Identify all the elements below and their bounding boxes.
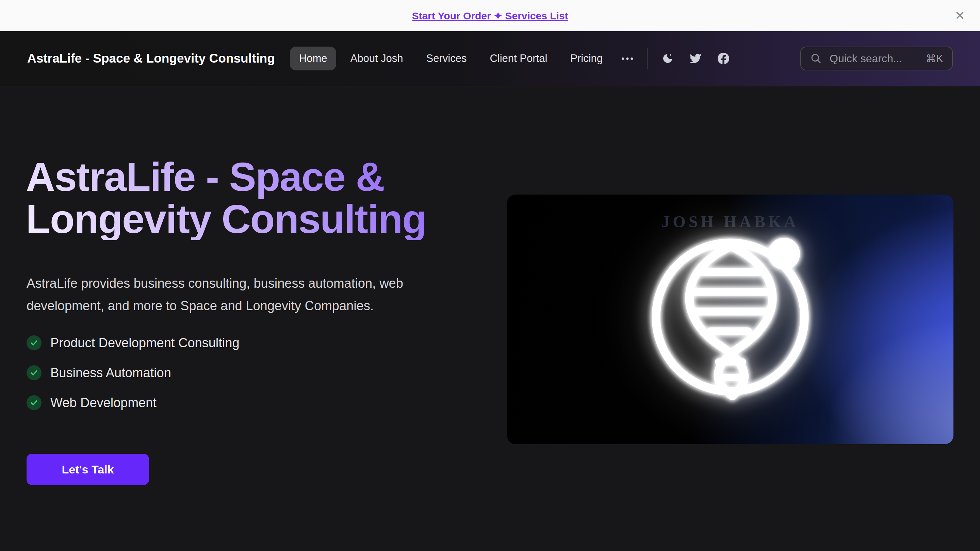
search-input[interactable] xyxy=(829,52,919,65)
close-icon[interactable]: ✕ xyxy=(953,9,967,22)
checklist-label: Business Automation xyxy=(50,366,171,380)
list-item: Web Development xyxy=(27,395,240,411)
nav-item-client-portal[interactable]: Client Portal xyxy=(480,47,556,70)
moon-icon xyxy=(662,51,673,66)
page: Start Your Order ✦ Services List ✕ Astra… xyxy=(0,0,980,551)
checklist-label: Web Development xyxy=(50,395,156,410)
facebook-icon xyxy=(718,51,729,66)
hero-description: AstraLife provides business consulting, … xyxy=(27,272,449,317)
nav-item-home[interactable]: Home xyxy=(290,47,337,70)
checklist-label: Product Development Consulting xyxy=(50,336,240,350)
feature-checklist: Product Development Consulting Business … xyxy=(27,335,240,411)
dna-logo-icon xyxy=(618,202,843,433)
nav-item-services[interactable]: Services xyxy=(417,47,476,70)
check-icon xyxy=(27,365,41,380)
nav-links: Home About Josh Services Client Portal P… xyxy=(290,47,640,70)
list-item: Business Automation xyxy=(27,365,240,381)
search-icon xyxy=(810,52,822,65)
lets-talk-button[interactable]: Let's Talk xyxy=(27,454,149,485)
announcement-link[interactable]: Start Your Order ✦ Services List xyxy=(412,10,568,22)
navbar: AstraLife - Space & Longevity Consulting… xyxy=(0,31,980,86)
nav-divider xyxy=(647,48,648,69)
check-icon xyxy=(27,335,41,350)
nav-item-pricing[interactable]: Pricing xyxy=(561,47,612,70)
quick-search[interactable]: ⌘K xyxy=(800,47,953,70)
site-title[interactable]: AstraLife - Space & Longevity Consulting xyxy=(27,51,275,66)
twitter-link[interactable] xyxy=(688,51,703,66)
announcement-bar: Start Your Order ✦ Services List ✕ xyxy=(0,0,980,31)
hero-card: JOSH HABKA xyxy=(507,195,953,444)
twitter-icon xyxy=(690,51,701,66)
page-title: AstraLife - Space & Longevity Consulting xyxy=(26,156,502,240)
dark-mode-toggle[interactable] xyxy=(660,51,675,66)
facebook-link[interactable] xyxy=(716,51,731,66)
search-shortcut: ⌘K xyxy=(926,52,943,65)
check-icon xyxy=(27,395,41,410)
nav-icons xyxy=(660,51,731,66)
more-menu-icon[interactable]: ••• xyxy=(617,50,640,67)
list-item: Product Development Consulting xyxy=(27,335,240,351)
nav-item-about-josh[interactable]: About Josh xyxy=(341,47,412,70)
